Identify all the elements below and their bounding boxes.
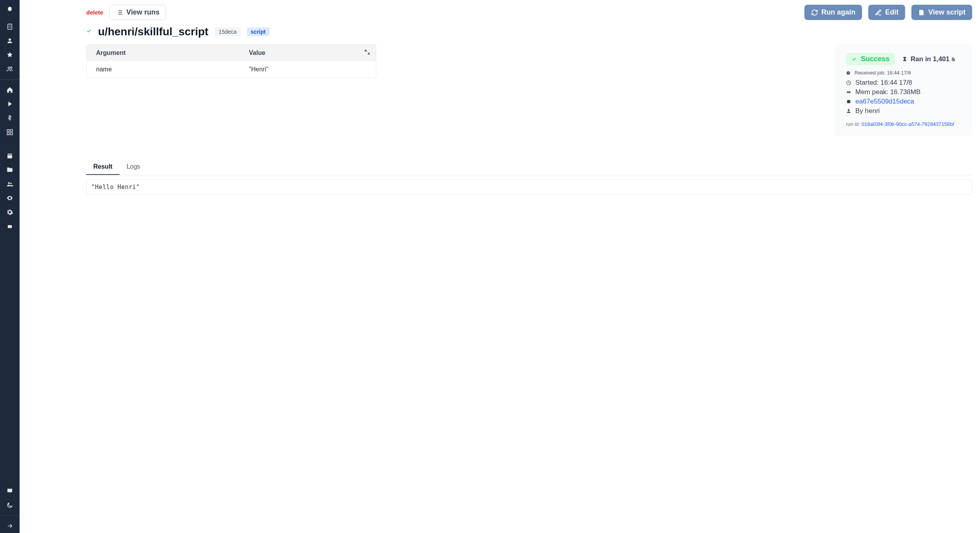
- status-badge: Success: [846, 53, 895, 65]
- sidebar-boxes-icon[interactable]: [0, 125, 20, 139]
- svg-point-10: [10, 183, 12, 184]
- sidebar-gear-icon[interactable]: [0, 205, 20, 211]
- hourglass-icon: [902, 56, 907, 62]
- commit-line: ea67e5509d15deca: [846, 98, 961, 106]
- tab-result[interactable]: Result: [86, 159, 120, 175]
- run-details-panel: Success Ran in 1,401 s Received job: 16:…: [835, 44, 972, 136]
- run-again-label: Run again: [821, 8, 855, 16]
- svg-rect-4: [7, 129, 9, 131]
- sidebar-dollar-icon[interactable]: [0, 111, 20, 125]
- sidebar: [0, 0, 20, 211]
- script-icon: [918, 9, 925, 16]
- received-line: Received job: 16:44 17/8: [846, 70, 961, 76]
- svg-rect-16: [847, 91, 850, 93]
- duration: Ran in 1,401 s: [902, 55, 955, 63]
- script-title: u/henri/skillful_script: [98, 25, 209, 38]
- view-runs-label: View runs: [126, 8, 160, 16]
- svg-point-9: [8, 182, 10, 184]
- arguments-table: Argument Value name "Henri": [86, 44, 376, 78]
- arg-value: "Henri": [249, 66, 367, 73]
- view-script-button[interactable]: View script: [911, 5, 972, 20]
- list-icon: [116, 9, 123, 16]
- sidebar-home-icon[interactable]: [0, 83, 20, 97]
- tabs: Result Logs: [86, 159, 972, 175]
- view-script-label: View script: [928, 8, 965, 16]
- status-text: Success: [861, 55, 889, 63]
- sidebar-user-group-icon[interactable]: [0, 177, 20, 191]
- started-line: Started: 16:44 17/8: [846, 79, 961, 87]
- svg-rect-17: [847, 100, 850, 103]
- status-check-icon: [86, 28, 92, 35]
- view-runs-button[interactable]: View runs: [109, 5, 166, 20]
- svg-point-1: [9, 38, 11, 41]
- edit-label: Edit: [885, 8, 898, 16]
- commit-badge: 15deca: [215, 27, 241, 36]
- memory-icon: [846, 89, 851, 95]
- svg-rect-5: [11, 129, 13, 131]
- sidebar-user-icon[interactable]: [0, 34, 20, 48]
- svg-rect-0: [8, 24, 12, 29]
- svg-rect-6: [7, 133, 9, 135]
- svg-point-2: [8, 67, 10, 69]
- duration-text: Ran in 1,401 s: [911, 55, 955, 63]
- mem-line: Mem peak: 16.738MB: [846, 88, 961, 96]
- sidebar-eye-icon[interactable]: [0, 191, 20, 205]
- hash-icon: [846, 99, 851, 104]
- svg-point-3: [11, 67, 12, 68]
- svg-point-18: [848, 109, 850, 111]
- commit-link[interactable]: ea67e5509d15deca: [855, 98, 914, 106]
- toolbar: delete View runs Run again Edit View scr…: [27, 0, 972, 25]
- type-badge: script: [247, 27, 270, 36]
- heading: u/henri/skillful_script 15deca script: [27, 25, 972, 38]
- expand-icon[interactable]: [364, 49, 370, 57]
- refresh-icon: [811, 9, 818, 16]
- check-icon: [851, 56, 857, 62]
- table-row: name "Henri": [87, 61, 376, 78]
- pencil-icon: [875, 9, 882, 16]
- person-icon: [846, 108, 851, 114]
- run-id-link[interactable]: 018a03f4-3f0b-90cc-a574-7928437156bf: [862, 121, 954, 127]
- tab-logs[interactable]: Logs: [120, 159, 147, 175]
- delete-link[interactable]: delete: [86, 9, 103, 16]
- sidebar-play-icon[interactable]: [0, 97, 20, 111]
- sidebar-calendar-icon[interactable]: [0, 149, 20, 163]
- run-again-button[interactable]: Run again: [804, 5, 862, 20]
- svg-rect-8: [7, 154, 12, 158]
- edit-button[interactable]: Edit: [868, 5, 905, 20]
- sidebar-star-icon[interactable]: [0, 48, 20, 62]
- author-line: By henri: [846, 107, 961, 115]
- result-output: "Hello Henri": [86, 179, 972, 195]
- sidebar-building-icon[interactable]: [0, 20, 20, 34]
- col-value-header: Value: [249, 49, 367, 56]
- arg-name: name: [96, 66, 249, 73]
- run-id: run id: 018a03f4-3f0b-90cc-a574-79284371…: [846, 121, 961, 127]
- sidebar-folder-icon[interactable]: [0, 163, 20, 177]
- sidebar-users-icon[interactable]: [0, 62, 20, 76]
- svg-rect-7: [11, 133, 13, 135]
- app-logo[interactable]: [0, 0, 20, 20]
- clock-icon: [846, 80, 851, 85]
- col-argument-header: Argument: [96, 49, 249, 56]
- clock-icon: [846, 71, 851, 75]
